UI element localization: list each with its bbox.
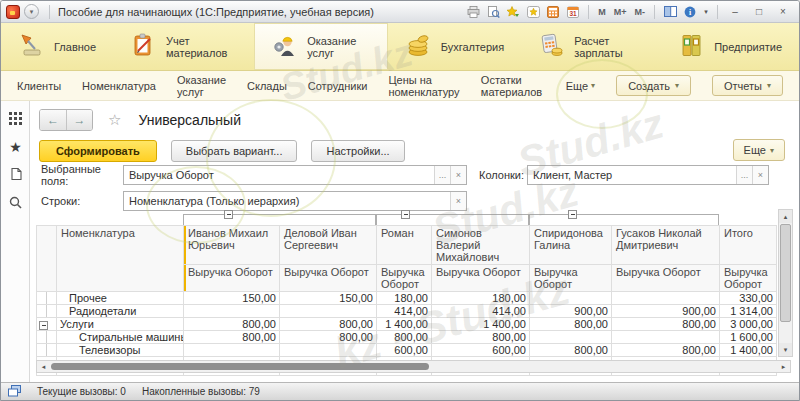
statusbar: Текущие вызовы: 0 Накопленные вызовы: 79 xyxy=(1,382,799,400)
menu-item-sklady[interactable]: Склады xyxy=(247,80,287,92)
settings-button[interactable]: Настройки... xyxy=(311,140,404,162)
menu-item-ostatki[interactable]: Остатки материалов xyxy=(481,74,545,98)
choose-variant-button[interactable]: Выбрать вариант... xyxy=(171,140,298,162)
more-button-label: Еще xyxy=(744,144,766,156)
memory-m-plus-button[interactable]: M+ xyxy=(611,4,630,20)
menu-item-klienty[interactable]: Клиенты xyxy=(17,80,61,92)
cell xyxy=(530,331,612,344)
minimize-button[interactable]: – xyxy=(724,4,746,20)
more-button[interactable]: Еще ▾ xyxy=(733,139,785,161)
collapse-group-2-icon[interactable] xyxy=(401,210,410,219)
search-icon[interactable] xyxy=(1,195,30,213)
menu-item-sotrudniki[interactable]: Сотрудники xyxy=(308,80,368,92)
favorites-icon[interactable] xyxy=(524,4,542,20)
collapse-group-3-icon[interactable] xyxy=(568,210,577,219)
left-toolbar: ★ xyxy=(1,101,30,382)
col-header-gusakov: Гусаков Николай Дмитриевич xyxy=(612,226,720,265)
reports-button[interactable]: Отчеты ▾ xyxy=(712,75,783,96)
menu-item-nomenklatura[interactable]: Номенклатура xyxy=(82,80,156,92)
memory-m-minus-button[interactable]: M- xyxy=(632,4,649,20)
info-icon[interactable]: i xyxy=(681,4,699,20)
collapse-row-uslugi-icon[interactable] xyxy=(39,321,48,330)
info-dropdown-icon[interactable]: ▾ xyxy=(701,4,711,20)
column-group-1 xyxy=(183,214,376,225)
table-row[interactable]: Услуги 800,00 800,00 1 400,00 1 400,00 8… xyxy=(37,318,777,331)
cell: 800,00 xyxy=(280,318,377,331)
tab-label: Оказание услуг xyxy=(307,35,370,59)
horizontal-scrollbar[interactable]: ◂ ▸ xyxy=(36,360,791,373)
clear-icon[interactable]: × xyxy=(450,166,466,184)
collapse-group-1-icon[interactable] xyxy=(224,210,233,219)
print-icon[interactable] xyxy=(464,4,482,20)
scroll-left-icon[interactable]: ◂ xyxy=(37,361,50,372)
menu-more-label: Еще xyxy=(566,80,588,92)
svg-text:31: 31 xyxy=(570,10,578,17)
tab-okazanie-uslug[interactable]: Оказание услуг xyxy=(254,23,387,70)
divider xyxy=(654,5,655,19)
favorites-star-icon[interactable]: ★ xyxy=(1,139,30,155)
cell xyxy=(184,305,280,318)
create-button[interactable]: Создать ▾ xyxy=(616,75,691,96)
history-icon[interactable] xyxy=(1,167,30,185)
calendar-icon[interactable]: 31 xyxy=(564,4,582,20)
ellipsis-button[interactable]: ... xyxy=(434,166,450,184)
tab-uchet-materialov[interactable]: Учет материалов xyxy=(113,23,254,70)
add-favorite-icon[interactable] xyxy=(504,4,522,20)
split-window-icon[interactable] xyxy=(661,4,679,20)
current-calls: Текущие вызовы: 0 xyxy=(37,386,126,397)
menu-item-tseny[interactable]: Цены на номенклатуру xyxy=(388,74,459,98)
tab-raschet-zarplaty[interactable]: Расчет зарплаты xyxy=(521,23,661,70)
col-header-itogo: Итого xyxy=(720,226,777,265)
menu-more-button[interactable]: Еще ▾ xyxy=(566,80,595,92)
measure-header: Выручка Оборот xyxy=(377,265,432,292)
columns-input[interactable]: Клиент, Мастер ... × xyxy=(527,165,769,185)
tab-glavnoe[interactable]: Главное xyxy=(1,23,113,70)
calculator-icon[interactable] xyxy=(544,4,562,20)
table-row[interactable]: Радиодетали 414,00 414,00 900,00 900,00 … xyxy=(37,305,777,318)
cell: 600,00 xyxy=(377,344,432,357)
cell: 800,00 xyxy=(530,318,612,331)
maximize-button[interactable]: □ xyxy=(748,4,770,20)
scroll-down-icon[interactable]: ▾ xyxy=(779,343,792,356)
cell: 150,00 xyxy=(280,292,377,305)
selected-fields-input[interactable]: Выручка Оборот ... × xyxy=(123,165,467,185)
horizontal-scroll-thumb[interactable] xyxy=(51,363,429,370)
apps-grid-icon[interactable] xyxy=(1,111,30,129)
favorite-star-icon[interactable]: ☆ xyxy=(108,111,121,129)
forward-button[interactable]: → xyxy=(66,110,92,130)
ellipsis-button[interactable]: ... xyxy=(736,166,752,184)
cell: 180,00 xyxy=(377,292,432,305)
scroll-up-icon[interactable]: ▴ xyxy=(779,210,792,223)
menu-item-okazanie-uslug[interactable]: Оказание услуг xyxy=(177,74,226,98)
memory-m-button[interactable]: M xyxy=(595,4,609,20)
1c-app-icon xyxy=(6,5,20,19)
vertical-scrollbar[interactable]: ▴ ▾ xyxy=(778,209,793,357)
table-row[interactable]: Стиральные машины 800,00 800,00 800,00 8… xyxy=(37,331,777,344)
scroll-right-icon[interactable]: ▸ xyxy=(777,361,790,372)
pivot-report: Номенклатура Иванов Михаил Юрьевич Делов… xyxy=(36,207,794,376)
close-button[interactable]: × xyxy=(772,4,794,20)
cell: 180,00 xyxy=(432,292,530,305)
back-button[interactable]: ← xyxy=(40,110,66,130)
tab-predpriyatie[interactable]: Предприятие xyxy=(661,23,799,70)
vertical-scroll-thumb[interactable] xyxy=(780,224,791,322)
coins-icon xyxy=(405,32,432,61)
row-label: Радиодетали xyxy=(57,305,184,318)
rows-value: Номенклатура (Только иерархия) xyxy=(124,195,450,207)
clear-icon[interactable]: × xyxy=(752,166,768,184)
pivot-table[interactable]: Номенклатура Иванов Михаил Юрьевич Делов… xyxy=(36,225,777,376)
main-menu-button[interactable]: ▾ xyxy=(24,4,39,19)
tab-buhgalteriya[interactable]: Бухгалтерия xyxy=(388,23,522,70)
measure-header: Выручка Оборот xyxy=(530,265,612,292)
row-label: Телевизоры xyxy=(57,344,184,357)
cell: 800,00 xyxy=(612,344,720,357)
columns-value: Клиент, Мастер xyxy=(528,169,736,181)
accumulated-calls: Накопленные вызовы: 79 xyxy=(142,386,260,397)
generate-button[interactable]: Сформировать xyxy=(39,140,157,162)
table-row[interactable]: Прочее 150,00 150,00 180,00 180,00 330,0… xyxy=(37,292,777,305)
tab-label: Расчет зарплаты xyxy=(574,35,644,59)
print-preview-icon[interactable] xyxy=(484,4,502,20)
tab-label: Главное xyxy=(54,41,96,53)
table-row[interactable]: Телевизоры 600,00 600,00 800,00 800,00 1… xyxy=(37,344,777,357)
binders-icon xyxy=(678,32,705,61)
